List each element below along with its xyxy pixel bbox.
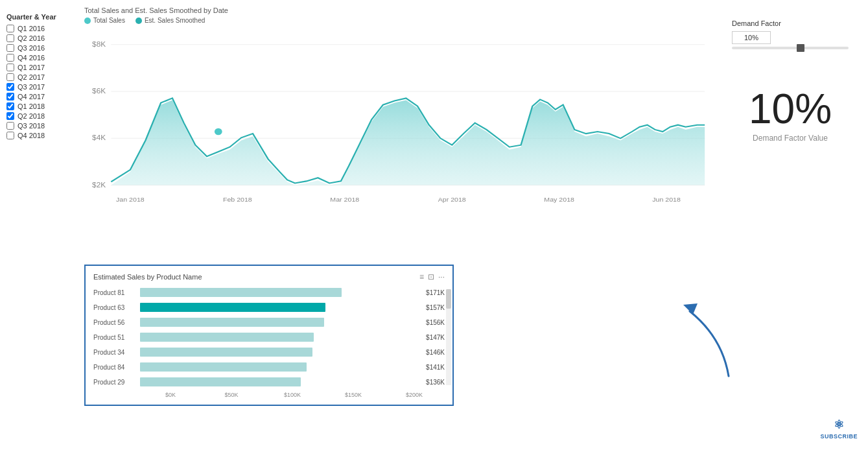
sidebar: Quarter & Year Q1 2016Q2 2016Q3 2016Q4 2… (6, 6, 78, 444)
bar-track (140, 333, 416, 342)
bar-value: $146K (416, 349, 445, 356)
sidebar-item-label-7: Q4 2017 (18, 93, 45, 101)
bar-label: Product 84 (93, 364, 140, 371)
svg-text:Jun 2018: Jun 2018 (652, 196, 681, 203)
checkbox-11[interactable] (6, 132, 14, 139)
bar-value: $136K (416, 379, 445, 386)
bar-row: Product 56$156K (93, 316, 445, 328)
sidebar-item-3[interactable]: Q4 2016 (6, 54, 78, 62)
bar-fill (140, 348, 312, 357)
bar-fill (140, 333, 314, 342)
sidebar-item-1[interactable]: Q2 2016 (6, 34, 78, 42)
line-chart-svg: $8K $6K $4K $2K Jan 2018 Feb 2018 Mar 20… (84, 28, 712, 235)
bar-chart-scrollbar[interactable] (446, 289, 451, 385)
bar-value: $157K (416, 304, 445, 311)
sidebar-item-label-3: Q4 2016 (18, 54, 45, 62)
slider-track[interactable] (732, 47, 849, 49)
sidebar-item-label-11: Q4 2018 (18, 132, 45, 139)
bar-track (140, 377, 416, 386)
sidebar-item-label-5: Q2 2017 (18, 73, 45, 81)
legend-label-0: Total Sales (93, 17, 125, 24)
popup-header: Estimated Sales by Product Name ≡ ⊡ ··· (93, 272, 445, 281)
expand-icon[interactable]: ⊡ (428, 272, 434, 281)
sidebar-item-6[interactable]: Q3 2017 (6, 83, 78, 91)
arrow-svg (670, 298, 748, 383)
checkbox-5[interactable] (6, 73, 14, 81)
slider-thumb[interactable] (797, 44, 804, 52)
sidebar-item-label-6: Q3 2017 (18, 83, 45, 91)
x-axis-label-3: $150K (323, 392, 384, 398)
x-axis-label-4: $200K (384, 392, 445, 398)
chart-title: Total Sales and Est. Sales Smoothed by D… (84, 6, 712, 14)
bar-row: Product 81$171K (93, 287, 445, 298)
slider-value-box: 10% (732, 31, 771, 44)
bar-x-axis: $0K$50K$100K$150K$200K (93, 392, 445, 398)
bar-value: $171K (416, 289, 445, 296)
sidebar-item-9[interactable]: Q2 2018 (6, 112, 78, 120)
svg-text:Feb 2018: Feb 2018 (223, 196, 252, 203)
x-axis-label-1: $50K (201, 392, 262, 398)
bar-row: Product 29$136K (93, 376, 445, 388)
sidebar-item-0[interactable]: Q1 2016 (6, 25, 78, 32)
bar-value: $156K (416, 319, 445, 326)
sidebar-item-7[interactable]: Q4 2017 (6, 93, 78, 101)
scrollbar-thumb[interactable] (446, 289, 451, 309)
svg-text:$6K: $6K (92, 88, 106, 95)
checkbox-9[interactable] (6, 112, 14, 120)
legend-dot-0 (84, 18, 91, 24)
sidebar-item-8[interactable]: Q1 2018 (6, 102, 78, 110)
svg-point-14 (215, 128, 222, 135)
bar-track (140, 362, 416, 372)
svg-text:May 2018: May 2018 (544, 196, 574, 203)
bar-rows: Product 81$171KProduct 63$157KProduct 56… (93, 287, 445, 388)
bar-fill (140, 318, 324, 327)
bar-label: Product 34 (93, 349, 140, 356)
more-icon[interactable]: ··· (438, 272, 445, 281)
checkbox-7[interactable] (6, 93, 14, 101)
checkbox-1[interactable] (6, 34, 14, 42)
bar-track (140, 318, 416, 327)
legend-item-0: Total Sales (84, 17, 125, 24)
demand-factor-label: Demand Factor (732, 19, 781, 27)
sidebar-item-10[interactable]: Q3 2018 (6, 122, 78, 130)
sidebar-item-2[interactable]: Q3 2016 (6, 44, 78, 52)
sidebar-item-label-0: Q1 2016 (18, 25, 45, 32)
bar-label: Product 63 (93, 304, 140, 311)
checkbox-6[interactable] (6, 83, 14, 91)
bar-fill (140, 288, 342, 297)
bar-fill (140, 377, 301, 386)
center-area: Total Sales and Est. Sales Smoothed by D… (78, 6, 719, 444)
bar-row: Product 63$157K (93, 302, 445, 313)
bar-row: Product 34$146K (93, 346, 445, 358)
checkbox-2[interactable] (6, 44, 14, 52)
drag-icon: ≡ (419, 272, 424, 281)
bar-chart-popup: Estimated Sales by Product Name ≡ ⊡ ··· … (84, 265, 454, 406)
checkbox-4[interactable] (6, 64, 14, 71)
bar-track (140, 288, 416, 297)
checkbox-10[interactable] (6, 122, 14, 130)
sidebar-item-11[interactable]: Q4 2018 (6, 132, 78, 139)
checkbox-3[interactable] (6, 54, 14, 62)
bar-chart-title: Estimated Sales by Product Name (93, 273, 202, 281)
dna-icon: ⚛ (834, 418, 845, 432)
legend-dot-1 (135, 18, 142, 24)
svg-text:Apr 2018: Apr 2018 (438, 196, 467, 203)
sidebar-item-label-9: Q2 2018 (18, 112, 45, 120)
checkbox-8[interactable] (6, 102, 14, 110)
sidebar-item-label-8: Q1 2018 (18, 102, 45, 110)
bar-track (140, 303, 416, 312)
svg-text:Mar 2018: Mar 2018 (330, 196, 359, 203)
sidebar-item-5[interactable]: Q2 2017 (6, 73, 78, 81)
slider-container: 10% (732, 31, 849, 49)
line-chart-container: $8K $6K $4K $2K Jan 2018 Feb 2018 Mar 20… (84, 28, 712, 235)
bar-label: Product 81 (93, 289, 140, 296)
checkbox-0[interactable] (6, 25, 14, 32)
sidebar-item-label-1: Q2 2016 (18, 34, 45, 42)
sidebar-item-4[interactable]: Q1 2017 (6, 64, 78, 71)
subscribe-button[interactable]: ⚛ SUBSCRIBE (820, 418, 858, 440)
sidebar-items: Q1 2016Q2 2016Q3 2016Q4 2016Q1 2017Q2 20… (6, 25, 78, 139)
bar-track (140, 348, 416, 357)
bar-row: Product 84$141K (93, 361, 445, 373)
top-chart-section: Total Sales and Est. Sales Smoothed by D… (84, 6, 712, 259)
x-axis-label-0: $0K (140, 392, 201, 398)
